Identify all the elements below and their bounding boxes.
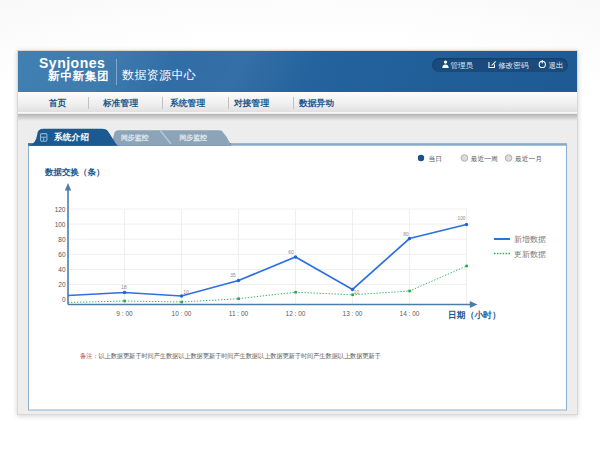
svg-text:13 : 00: 13 : 00 xyxy=(343,310,363,317)
svg-text:10 : 00: 10 : 00 xyxy=(172,310,192,317)
svg-text:40: 40 xyxy=(58,266,66,273)
svg-text:系统介绍: 系统介绍 xyxy=(53,132,89,142)
svg-text:100: 100 xyxy=(55,221,66,228)
svg-text:14 : 00: 14 : 00 xyxy=(400,310,420,317)
svg-text:当日: 当日 xyxy=(429,155,443,163)
svg-text:0: 0 xyxy=(62,296,66,303)
svg-text:最近一月: 最近一月 xyxy=(514,155,542,163)
svg-text:60: 60 xyxy=(288,250,294,255)
svg-text:120: 120 xyxy=(55,206,66,213)
svg-text:10: 10 xyxy=(183,290,189,295)
svg-text:9 : 00: 9 : 00 xyxy=(116,310,133,317)
svg-text:60: 60 xyxy=(58,251,66,258)
svg-text:日期（小时）: 日期（小时） xyxy=(448,310,501,320)
svg-text:10: 10 xyxy=(354,290,360,295)
svg-text:更新数据: 更新数据 xyxy=(514,250,546,259)
svg-text:35: 35 xyxy=(230,273,236,278)
svg-text:11 : 00: 11 : 00 xyxy=(229,310,249,317)
svg-text:100: 100 xyxy=(457,216,465,221)
svg-text:80: 80 xyxy=(403,232,409,237)
svg-text:同步监控: 同步监控 xyxy=(180,134,207,142)
svg-text:80: 80 xyxy=(58,236,66,243)
svg-text:新增数据: 新增数据 xyxy=(514,235,546,244)
svg-text:最近一周: 最近一周 xyxy=(470,155,498,162)
svg-text:同步监控: 同步监控 xyxy=(121,134,148,142)
svg-text:数据交换（条）: 数据交换（条） xyxy=(44,167,105,177)
svg-text:20: 20 xyxy=(58,281,66,288)
svg-text:18: 18 xyxy=(121,285,127,290)
svg-text:12 : 00: 12 : 00 xyxy=(286,310,306,317)
